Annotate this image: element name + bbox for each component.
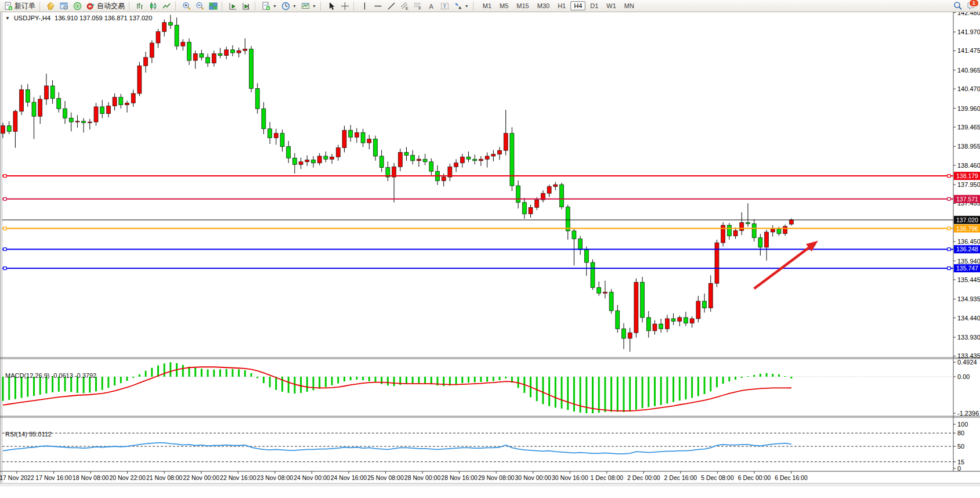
chart-shift-button[interactable] (240, 1, 253, 12)
line-chart-icon (162, 2, 171, 10)
notifications-button[interactable]: 1 (967, 2, 975, 10)
fibonacci-button[interactable]: F (411, 1, 425, 12)
strategy-navigator-button[interactable] (71, 1, 84, 12)
dropdown-caret-icon: ▼ (312, 4, 316, 8)
text-label-button[interactable]: T (438, 1, 451, 12)
svg-text:2 Dec 16:00: 2 Dec 16:00 (664, 474, 697, 481)
line-chart-button[interactable] (160, 1, 173, 12)
data-window-button[interactable] (57, 1, 71, 12)
auto-trading-button[interactable]: 自动交易 (84, 1, 127, 12)
timeframe-button-m5[interactable]: M5 (496, 1, 512, 10)
search-icon[interactable] (953, 2, 962, 10)
toolbar-separator (320, 2, 323, 10)
timeframe-button-w1[interactable]: W1 (603, 1, 620, 10)
svg-text:F: F (418, 6, 421, 10)
toolbar-separator (129, 2, 132, 10)
svg-text:140.470: 140.470 (957, 85, 980, 92)
dropdown-caret-icon: ▼ (465, 4, 469, 8)
new-chart-button[interactable]: ▼ (259, 1, 279, 12)
svg-text:136.450: 136.450 (957, 238, 980, 245)
svg-text:22 Nov 16:00: 22 Nov 16:00 (220, 474, 256, 481)
svg-text:137.571: 137.571 (956, 196, 978, 203)
svg-text:21 Nov 08:00: 21 Nov 08:00 (146, 474, 183, 481)
timeframe-button-m30[interactable]: M30 (534, 1, 553, 10)
timeframe-button-mn[interactable]: MN (621, 1, 638, 10)
mt4-window: 新订单 自动交易 (0, 0, 980, 498)
svg-text:138.460: 138.460 (957, 162, 980, 169)
toolbar-separator (175, 2, 178, 10)
toolbar-separator (255, 2, 258, 10)
arrows-button[interactable]: ▼ (451, 1, 471, 12)
svg-text:134.440: 134.440 (957, 315, 980, 322)
trendline-icon (387, 2, 396, 10)
svg-text:30 Nov 16:00: 30 Nov 16:00 (552, 474, 588, 481)
chart-ohlc-values: 136.910 137.059 136.871 137.020 (55, 15, 152, 21)
channel-button[interactable]: E (398, 1, 411, 12)
svg-text:0.4924: 0.4924 (957, 359, 977, 366)
notification-badge: 1 (969, 0, 979, 7)
chart-symbol-period: USDJPY-,H4 (14, 15, 50, 21)
svg-text:23 Nov 08:00: 23 Nov 08:00 (257, 474, 294, 481)
data-window-icon (60, 2, 68, 10)
svg-text:139.960: 139.960 (957, 105, 980, 112)
svg-text:0.00: 0.00 (957, 373, 970, 380)
market-watch-icon (46, 2, 55, 10)
timeframe-button-m1[interactable]: M1 (479, 1, 495, 10)
timeframe-toolbar: M1M5M15M30H1H4D1W1MN (479, 1, 638, 10)
auto-trading-label: 自动交易 (97, 1, 125, 11)
arrows-icon (454, 2, 462, 10)
svg-text:24 Nov 00:00: 24 Nov 00:00 (294, 474, 330, 481)
svg-text:22 Nov 00:00: 22 Nov 00:00 (183, 474, 220, 481)
candlestick-button[interactable] (147, 1, 160, 12)
svg-text:137.020: 137.020 (956, 216, 978, 223)
svg-text:6 Dec 16:00: 6 Dec 16:00 (775, 474, 808, 481)
template-button[interactable]: ▼ (299, 1, 319, 12)
text-button[interactable]: A (425, 1, 438, 12)
fibonacci-icon: F (414, 2, 422, 10)
auto-scroll-button[interactable] (226, 1, 240, 12)
svg-text:20 Nov 22:00: 20 Nov 22:00 (109, 474, 146, 481)
template-icon (301, 2, 310, 10)
svg-text:1 Dec 08:00: 1 Dec 08:00 (590, 474, 623, 481)
svg-text:141.475: 141.475 (957, 47, 980, 54)
svg-text:18 Nov 08:00: 18 Nov 08:00 (73, 474, 109, 481)
svg-text:133.930: 133.930 (957, 334, 980, 341)
svg-text:6 Dec 00:00: 6 Dec 00:00 (738, 474, 771, 481)
vertical-line-button[interactable] (358, 1, 371, 12)
vertical-line-icon (360, 2, 369, 10)
cursor-button[interactable] (325, 1, 338, 12)
svg-text:135.445: 135.445 (957, 276, 980, 283)
timeframe-button-h4[interactable]: H4 (570, 1, 585, 10)
svg-text:15: 15 (957, 459, 964, 465)
timeframe-button-d1[interactable]: D1 (587, 1, 602, 10)
crosshair-button[interactable] (338, 1, 352, 12)
periodicity-button[interactable]: ▼ (279, 1, 299, 12)
toolbar-separator (353, 2, 356, 10)
svg-text:135.940: 135.940 (957, 258, 980, 265)
market-watch-button[interactable] (44, 1, 57, 12)
svg-text:134.935: 134.935 (957, 295, 980, 302)
svg-text:135.747: 135.747 (956, 265, 978, 272)
horizontal-line-icon (374, 2, 382, 10)
zoom-in-button[interactable] (180, 1, 193, 12)
svg-text:2 Dec 00:00: 2 Dec 00:00 (627, 474, 660, 481)
cursor-icon (327, 2, 336, 10)
timeframe-button-m15[interactable]: M15 (513, 1, 532, 10)
tile-windows-button[interactable] (207, 1, 220, 12)
svg-text:25 Nov 08:00: 25 Nov 08:00 (367, 474, 404, 481)
svg-text:50: 50 (957, 443, 964, 450)
svg-text:28 Nov 00:00: 28 Nov 00:00 (404, 474, 441, 481)
macd-indicator-label: MACD(12,26,9) -0.0613 -0.3792 (5, 372, 96, 379)
timeframe-button-h1[interactable]: H1 (554, 1, 569, 10)
collapse-triangle-icon[interactable]: ▼ (5, 16, 10, 21)
svg-text:17 Nov 2022: 17 Nov 2022 (0, 474, 34, 481)
bar-chart-button[interactable] (133, 1, 147, 12)
chart-title: ▼ USDJPY-,H4 136.910 137.059 136.871 137… (5, 15, 152, 21)
zoom-out-icon (196, 2, 204, 10)
chart-canvas[interactable]: 142.480141.970141.475140.965140.470139.9… (0, 0, 980, 486)
horizontal-line-button[interactable] (371, 1, 385, 12)
trendline-button[interactable] (385, 1, 398, 12)
zoom-out-button[interactable] (193, 1, 207, 12)
svg-text:137.950: 137.950 (957, 181, 980, 188)
new-order-button[interactable]: 新订单 (2, 1, 38, 12)
